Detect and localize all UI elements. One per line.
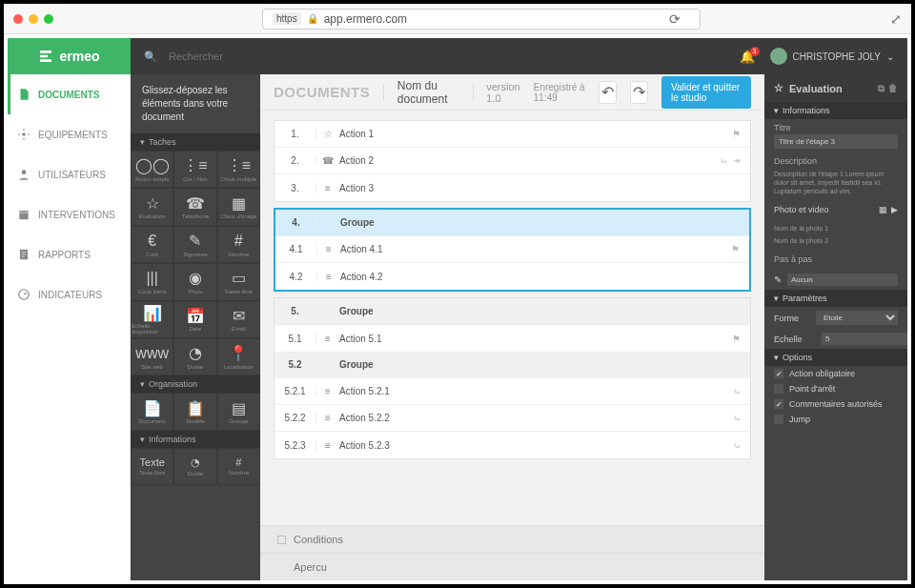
- inspector-section-parametres[interactable]: ▾ Paramètres: [764, 290, 907, 307]
- app-header: ermeo 🔍 🔔3 CHRISTOPHE JOLY ⌄: [8, 38, 907, 74]
- validate-button[interactable]: Valider et quitter le studio: [661, 76, 751, 109]
- brand-logo[interactable]: ermeo: [8, 38, 131, 74]
- fullscreen-icon[interactable]: ⤢: [890, 11, 902, 27]
- group-5-block[interactable]: 5.Groupe 5.1≡Action 5.1⚑ 5.2Groupe 5.2.1…: [274, 297, 751, 459]
- element-palette: Glissez-déposez les éléments dans votre …: [131, 74, 260, 580]
- palette-item[interactable]: ◯◯Action simple: [131, 151, 173, 188]
- palette-item[interactable]: ☆Evaluation: [131, 188, 173, 225]
- document-version: version 1.0: [486, 81, 520, 104]
- tab-conditions[interactable]: Conditions: [260, 525, 764, 553]
- palette-item[interactable]: ⋮≡Choix multiple: [217, 151, 260, 188]
- step-row[interactable]: 5.1≡Action 5.1⚑: [274, 325, 750, 352]
- document-name[interactable]: Nom du document: [397, 79, 459, 106]
- saved-timestamp: Enregistré à 11:49: [534, 82, 585, 103]
- palette-hint: Glissez-déposez les éléments dans votre …: [131, 74, 260, 133]
- add-video-icon[interactable]: ▶: [891, 205, 898, 214]
- step-row[interactable]: 1.☆Action 1⚑: [274, 121, 750, 148]
- palette-item[interactable]: 📅Date: [173, 301, 216, 338]
- main-canvas: DOCUMENTS Nom du document version 1.0 En…: [260, 74, 764, 580]
- palette-item[interactable]: ◔Durée: [173, 338, 216, 375]
- titre-input[interactable]: Titre de l'étape 3: [774, 134, 898, 149]
- nav-indicateurs[interactable]: INDICATEURS: [8, 274, 130, 314]
- step-row[interactable]: 4.1≡Action 4.1⚑: [275, 236, 749, 263]
- url-bar[interactable]: https 🔒 app.ermero.com ⟳: [262, 9, 701, 30]
- group-5-2-header[interactable]: 5.2Groupe: [274, 352, 750, 378]
- palette-item[interactable]: ◉Photo: [173, 263, 216, 300]
- photo-1[interactable]: Nom de la photo 1: [774, 222, 898, 234]
- search-input[interactable]: [169, 51, 359, 62]
- palette-item[interactable]: 📍Localisation: [217, 338, 260, 375]
- palette-item[interactable]: wwwSite web: [131, 338, 173, 375]
- step-row[interactable]: 4.2≡Action 4.2: [275, 263, 749, 290]
- nav-equipements[interactable]: EQUIPEMENTS: [8, 114, 130, 154]
- search-icon[interactable]: 🔍: [144, 51, 157, 63]
- pas-input[interactable]: [787, 274, 898, 286]
- nav-utilisateurs[interactable]: UTILISATEURS: [8, 154, 130, 194]
- photo-label: Photo et video: [774, 205, 875, 214]
- edit-icon[interactable]: ✎: [774, 274, 782, 285]
- palette-item[interactable]: 📄Document: [131, 393, 173, 430]
- palette-item[interactable]: ▭Saisie libre: [217, 263, 260, 300]
- opt-point-arret[interactable]: Point d'arrêt: [764, 381, 907, 396]
- inspector-section-info[interactable]: ▾ Informations: [764, 102, 907, 119]
- palette-item[interactable]: ☎Téléphone: [173, 188, 216, 225]
- undo-button[interactable]: ↶: [599, 81, 617, 104]
- svg-rect-2: [19, 211, 28, 219]
- window-controls[interactable]: [13, 14, 53, 24]
- palette-item[interactable]: #Nombre: [217, 226, 260, 263]
- group-5-header[interactable]: 5.Groupe: [274, 298, 750, 325]
- palette-section-informations[interactable]: ▾ Informations: [131, 431, 260, 448]
- palette-item[interactable]: ✉Email: [217, 301, 260, 338]
- group-4-header[interactable]: 4.Groupe: [275, 210, 749, 236]
- palette-item[interactable]: ▦Choix d'image: [217, 188, 260, 225]
- notifications-icon[interactable]: 🔔3: [740, 50, 755, 64]
- palette-item[interactable]: 📊Echelle disposition: [131, 301, 173, 338]
- description-text[interactable]: Description de l'étape 1 Lorem ipsum dol…: [774, 168, 898, 197]
- tab-apercu[interactable]: Apercu: [260, 553, 764, 580]
- chevron-down-icon: ⌄: [886, 51, 894, 62]
- nav-documents[interactable]: DOCUMENTS: [8, 74, 130, 114]
- forme-select[interactable]: Etoile: [816, 311, 898, 325]
- url-text: app.ermero.com: [324, 12, 407, 26]
- opt-commentaires[interactable]: Commentaires autorisés: [764, 396, 907, 412]
- sidebar-nav: DOCUMENTS EQUIPEMENTS UTILISATEURS INTER…: [8, 74, 131, 580]
- palette-item[interactable]: TexteTexte libre: [131, 448, 173, 485]
- reload-icon[interactable]: ⟳: [669, 11, 681, 27]
- opt-jump[interactable]: Jump: [764, 412, 907, 427]
- delete-icon[interactable]: 🗑: [888, 83, 898, 94]
- palette-item[interactable]: #Nombre: [217, 448, 260, 485]
- palette-item[interactable]: ⋮≡Oui / Non: [173, 151, 216, 188]
- step-row[interactable]: 5.2.3≡Action 5.2.3⤿: [274, 432, 750, 458]
- step-row[interactable]: 2.☎Action 2⤿↠: [274, 148, 750, 174]
- palette-section-taches[interactable]: ▾ Taches: [131, 133, 260, 151]
- palette-item[interactable]: |||Code barre: [131, 263, 173, 300]
- bottom-tabs: Conditions Apercu: [260, 525, 764, 580]
- copy-icon[interactable]: ⧉: [878, 83, 884, 94]
- palette-section-organisation[interactable]: ▾ Organisation: [131, 375, 260, 393]
- lock-icon: 🔒: [307, 13, 318, 24]
- nav-rapports[interactable]: RAPPORTS: [8, 234, 130, 274]
- redo-button[interactable]: ↷: [630, 81, 648, 104]
- browser-chrome: https 🔒 app.ermero.com ⟳ ⤢: [4, 4, 911, 34]
- nav-interventions[interactable]: INTERVENTIONS: [8, 194, 130, 234]
- palette-item[interactable]: ▤Groupe: [217, 393, 260, 430]
- step-row[interactable]: 5.2.2≡Action 5.2.2⤿: [274, 405, 750, 432]
- inspector-section-options[interactable]: ▾ Options: [764, 349, 907, 366]
- opt-action-obligatoire[interactable]: Action obligatoire: [764, 366, 907, 381]
- step-row[interactable]: 5.2.1≡Action 5.2.1⤿: [274, 378, 750, 405]
- add-photo-icon[interactable]: ▦: [879, 205, 887, 214]
- palette-item[interactable]: 📋Modèle: [173, 393, 216, 430]
- svg-point-1: [22, 170, 27, 174]
- user-menu[interactable]: CHRISTOPHE JOLY ⌄: [770, 48, 894, 65]
- avatar: [770, 48, 787, 65]
- group-4-block[interactable]: 4.Groupe 4.1≡Action 4.1⚑4.2≡Action 4.2: [274, 208, 751, 292]
- palette-item[interactable]: ◔Durée: [173, 448, 216, 485]
- photo-2[interactable]: Nom de la photo 2: [774, 234, 898, 247]
- palette-item[interactable]: ✎Signature: [173, 226, 216, 263]
- palette-item[interactable]: €Coût: [131, 226, 173, 263]
- echelle-input[interactable]: [822, 333, 907, 345]
- page-title: DOCUMENTS: [274, 84, 370, 100]
- inspector-panel: ☆ Evaluation ⧉ 🗑 ▾ Informations Titre Ti…: [764, 74, 907, 580]
- step-row[interactable]: 3.≡Action 3: [274, 174, 750, 201]
- star-icon: ☆: [774, 82, 783, 94]
